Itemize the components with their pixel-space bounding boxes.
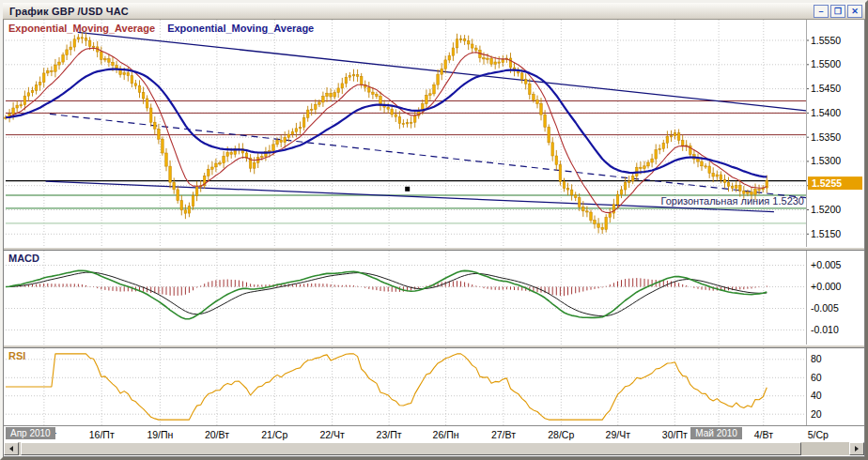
svg-text:1.5350: 1.5350	[811, 131, 841, 143]
macd-label: MACD	[8, 253, 39, 264]
time-axis-label: 21/Ср	[261, 429, 287, 440]
time-axis-label: 16/Пт	[89, 429, 115, 440]
time-axis-label: 27/Вт	[491, 429, 516, 440]
scroll-left-button[interactable]	[4, 442, 19, 455]
ema-fast-label: Exponential_Moving_Average	[8, 23, 155, 34]
time-axis-label: 20/Вт	[205, 429, 229, 440]
indicator-labels: Exponential_Moving_Average Exponential_M…	[8, 23, 323, 34]
restore-button[interactable]: ❐	[830, 5, 845, 18]
arrow-left-icon	[9, 446, 13, 452]
window-controls: – ❐ ✕	[814, 5, 862, 18]
svg-text:1.5200: 1.5200	[811, 204, 841, 215]
svg-text:1.5255: 1.5255	[812, 177, 842, 189]
svg-text:+0.000: +0.000	[811, 281, 842, 292]
time-axis-label: 22/Чт	[319, 429, 344, 440]
svg-text:1.5450: 1.5450	[811, 83, 841, 94]
time-axis-label: 5/Ср	[808, 429, 829, 440]
scrollbar-thumb[interactable]	[21, 442, 801, 455]
svg-text:80: 80	[811, 353, 822, 364]
month-tag: Май 2010	[690, 427, 742, 439]
titlebar[interactable]: График GBP /USD ЧАС – ❐ ✕	[3, 3, 865, 20]
chart-window: График GBP /USD ЧАС – ❐ ✕ 1.55501.55001.…	[0, 0, 868, 460]
time-axis-label: 29/Чт	[606, 429, 630, 440]
macd-canvas[interactable]: +0.005+0.000-0.005-0.010	[4, 251, 864, 345]
svg-text:-0.010: -0.010	[811, 324, 839, 335]
svg-text:1.5550: 1.5550	[811, 35, 841, 46]
ema-slow-label: Exponential_Moving_Average	[167, 23, 314, 34]
rsi-canvas[interactable]: 80604020	[4, 348, 864, 425]
trendline-handle[interactable]	[405, 187, 410, 192]
svg-text:1.5150: 1.5150	[811, 228, 841, 239]
time-axis-label: 28/Ср	[548, 429, 574, 440]
time-axis[interactable]: 15/Чт16/Пт19/Пн20/Вт21/Ср22/Чт23/Пт26/Пн…	[4, 425, 864, 442]
time-axis-label: 23/Пт	[377, 429, 402, 440]
time-axis-label: 30/Пт	[662, 429, 688, 440]
svg-text:20: 20	[811, 408, 822, 420]
arrow-right-icon	[855, 446, 859, 452]
main-chart-panel[interactable]: 1.55501.55001.54501.54001.53501.53001.52…	[4, 20, 864, 247]
window-title: График GBP /USD ЧАС	[9, 6, 129, 17]
svg-text:40: 40	[811, 390, 822, 401]
horizontal-scrollbar[interactable]	[4, 442, 864, 455]
time-axis-label: 4/Вт	[754, 429, 773, 440]
time-axis-label: 26/Пн	[433, 429, 459, 440]
rsi-label: RSI	[8, 350, 25, 361]
close-button[interactable]: ✕	[847, 5, 862, 18]
scrollbar-track[interactable]	[19, 442, 849, 455]
main-chart-canvas[interactable]: 1.55501.55001.54501.54001.53501.53001.52…	[4, 20, 864, 247]
svg-text:1.5500: 1.5500	[811, 58, 841, 69]
minimize-button[interactable]: –	[814, 5, 829, 18]
svg-text:1.5400: 1.5400	[811, 107, 841, 118]
horizontal-line-annotation: Горизонтальная линия 1.5230	[660, 195, 804, 207]
rsi-panel[interactable]: 80604020 RSI	[4, 348, 864, 425]
svg-text:-0.005: -0.005	[811, 302, 839, 314]
svg-text:+0.005: +0.005	[811, 259, 842, 270]
scroll-right-button[interactable]	[849, 442, 864, 455]
chart-body: 1.55501.55001.54501.54001.53501.53001.52…	[3, 20, 865, 457]
macd-panel[interactable]: +0.005+0.000-0.005-0.010 MACD	[4, 251, 864, 345]
svg-text:60: 60	[811, 372, 822, 383]
time-axis-label: 19/Пн	[147, 429, 173, 440]
month-tag: Апр 2010	[6, 427, 55, 439]
svg-text:1.5300: 1.5300	[811, 155, 841, 166]
